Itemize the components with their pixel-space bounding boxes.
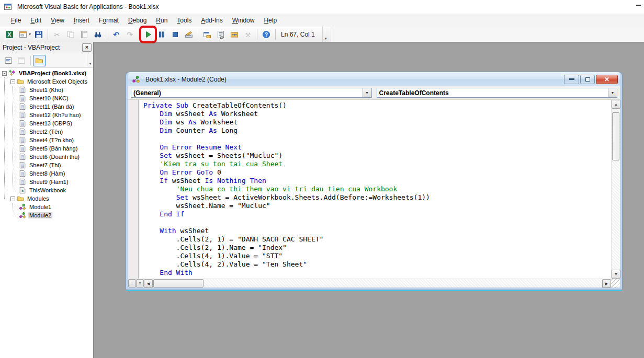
code-window-dropdown-row: (General) ▼ CreateTableOfContents ▼: [128, 86, 620, 100]
code-window-body: Private Sub CreateTableOfContents() Dim …: [128, 100, 620, 287]
code-window: Book1.xlsx - Module2 (Code) ✕ (General) …: [126, 72, 622, 290]
expand-collapse-icon[interactable]: -: [10, 79, 15, 84]
toolbox-button[interactable]: ⚒: [242, 28, 254, 41]
full-module-view-button[interactable]: ≡: [136, 279, 144, 287]
toolbar: X▾✂↶↷⚒? Ln 67, Col 1 ▾: [0, 27, 644, 42]
scroll-up-icon[interactable]: ▲: [612, 100, 620, 109]
tree-item-sheet11-b-n-d[interactable]: Sheet11 (Bán dá): [0, 102, 93, 111]
panel-overflow-chevron-icon[interactable]: ▾: [87, 54, 93, 66]
design-mode-button[interactable]: [183, 28, 195, 41]
tree-item-label: Sheet9 (Hàm1): [28, 179, 70, 185]
expand-collapse-icon[interactable]: -: [10, 197, 15, 201]
tree-item-microsoft-excel-objects[interactable]: -Microsoft Excel Objects: [0, 77, 93, 86]
project-explorer-panel: Project - VBAProject × ▾ -VBAProject (Bo…: [0, 42, 94, 358]
project-explorer-button[interactable]: [201, 28, 213, 41]
chevron-down-icon[interactable]: ▼: [608, 88, 617, 97]
view-code-button[interactable]: [2, 55, 15, 66]
tree-item-vbaproject-book1-xlsx[interactable]: -VBAProject (Book1.xlsx): [0, 69, 93, 77]
menu-view[interactable]: View: [46, 15, 69, 26]
menu-tools[interactable]: Tools: [172, 15, 196, 26]
project-panel-close-button[interactable]: ×: [82, 43, 92, 52]
paste-button[interactable]: [78, 28, 91, 41]
vertical-scrollbar[interactable]: ▲ ▼: [611, 100, 620, 279]
tree-item-sheet4-t-n-kho[interactable]: Sheet4 (T?n kho): [0, 136, 93, 144]
scroll-right-icon[interactable]: ▶: [602, 279, 611, 288]
chevron-down-icon[interactable]: ▼: [363, 88, 371, 97]
menu-file[interactable]: File: [6, 15, 26, 26]
sheet-icon: [19, 136, 26, 144]
code-line: With wsSheet: [143, 227, 611, 235]
view-microsoft-excel-button[interactable]: X: [3, 28, 16, 41]
toggle-folders-button[interactable]: [33, 55, 46, 66]
projectroot-icon: [8, 70, 16, 77]
menu-help[interactable]: Help: [259, 15, 281, 26]
code-line: wsSheet.Name = "Mucluc": [143, 202, 611, 210]
run-button[interactable]: [142, 28, 154, 41]
tree-item-module2[interactable]: Module2: [0, 211, 93, 220]
toolbar-empty-area: [331, 27, 644, 42]
sheet-icon: [19, 178, 26, 186]
tree-item-label: Module2: [28, 212, 52, 218]
code-line: Set wsSheet = ActiveWorkbook.Sheets.Add(…: [143, 193, 611, 202]
svg-text:↷: ↷: [127, 30, 133, 39]
code-line: [143, 218, 611, 227]
code-window-restore-button[interactable]: [580, 75, 595, 84]
menu-insert[interactable]: Insert: [69, 15, 94, 26]
tree-item-sheet2-t-n[interactable]: Sheet2 (Tên): [0, 128, 93, 136]
reset-button[interactable]: [169, 28, 182, 41]
code-line: On Error GoTo 0: [143, 168, 611, 177]
menu-run[interactable]: Run: [151, 15, 172, 26]
insert-userform-button[interactable]: [17, 28, 29, 41]
tree-item-sheet7-thi[interactable]: Sheet7 (Thi): [0, 161, 93, 169]
horizontal-scrollbar[interactable]: = ≡ ◀ ▶: [128, 279, 611, 287]
menu-edit[interactable]: Edit: [26, 15, 46, 26]
vertical-scrollbar-thumb[interactable]: [612, 112, 619, 160]
code-line: Dim Counter As Long: [143, 126, 611, 135]
tree-item-module1[interactable]: Module1: [0, 203, 93, 211]
code-window-close-button[interactable]: ✕: [596, 75, 618, 84]
tree-item-sheet13-c-ps[interactable]: Sheet13 (CĐPS): [0, 119, 93, 128]
procedure-dropdown[interactable]: CreateTableOfContents ▼: [377, 88, 618, 98]
code-editor[interactable]: Private Sub CreateTableOfContents() Dim …: [139, 100, 611, 279]
menu-addins[interactable]: Add-Ins: [196, 15, 227, 26]
horizontal-scrollbar-thumb[interactable]: [153, 279, 204, 287]
toolbar-overflow-chevron-icon[interactable]: ▾: [322, 27, 329, 42]
project-panel-header: Project - VBAProject ×: [0, 42, 93, 53]
menu-format[interactable]: Format: [94, 15, 123, 26]
save-button[interactable]: [32, 28, 45, 41]
scroll-left-icon[interactable]: ◀: [144, 279, 153, 288]
code-window-minimize-button[interactable]: [564, 75, 579, 84]
tree-item-sheet6-doanh-thu[interactable]: Sheet6 (Doanh thu): [0, 153, 93, 161]
redo-button[interactable]: ↷: [123, 28, 136, 41]
tree-item-sheet12-kh-u-hao[interactable]: Sheet12 (Kh?u hao): [0, 111, 93, 119]
tree-item-sheet9-h-m1[interactable]: Sheet9 (Hàm1): [0, 178, 93, 186]
expand-collapse-icon[interactable]: -: [2, 71, 7, 76]
tree-item-thisworkbook[interactable]: XThisWorkbook: [0, 186, 93, 194]
minimize-icon[interactable]: [636, 5, 641, 6]
scroll-down-icon[interactable]: ▼: [612, 270, 620, 279]
sheet-icon: [19, 86, 26, 94]
object-browser-button[interactable]: [228, 28, 241, 41]
help-button[interactable]: ?: [260, 28, 273, 41]
code-window-titlebar[interactable]: Book1.xlsx - Module2 (Code) ✕: [128, 72, 620, 86]
view-object-button[interactable]: [15, 55, 28, 66]
find-button[interactable]: [92, 28, 104, 41]
cut-button[interactable]: ✂: [51, 28, 63, 41]
undo-button[interactable]: ↶: [110, 28, 122, 41]
object-dropdown[interactable]: (General) ▼: [131, 88, 372, 98]
menu-debug[interactable]: Debug: [123, 15, 151, 26]
copy-button[interactable]: [64, 28, 77, 41]
sheet-icon: [19, 120, 26, 127]
menu-window[interactable]: Window: [228, 15, 259, 26]
tree-item-sheet1-kho[interactable]: Sheet1 (Kho): [0, 86, 93, 94]
break-button[interactable]: [155, 28, 168, 41]
tree-item-sheet8-h-m[interactable]: Sheet8 (Hàm): [0, 169, 93, 178]
mdi-area: Book1.xlsx - Module2 (Code) ✕ (General) …: [94, 42, 644, 358]
properties-window-button[interactable]: [214, 28, 227, 41]
resize-grip[interactable]: [611, 279, 620, 287]
procedure-view-button[interactable]: =: [128, 279, 136, 287]
tree-item-sheet5-b-n-h-ng[interactable]: Sheet5 (Bán hàng): [0, 144, 93, 153]
tree-item-modules[interactable]: -Modules: [0, 194, 93, 203]
menu-bar: FileEditViewInsertFormatDebugRunToolsAdd…: [0, 14, 644, 27]
tree-item-sheet10-nkc[interactable]: Sheet10 (NKC): [0, 94, 93, 102]
